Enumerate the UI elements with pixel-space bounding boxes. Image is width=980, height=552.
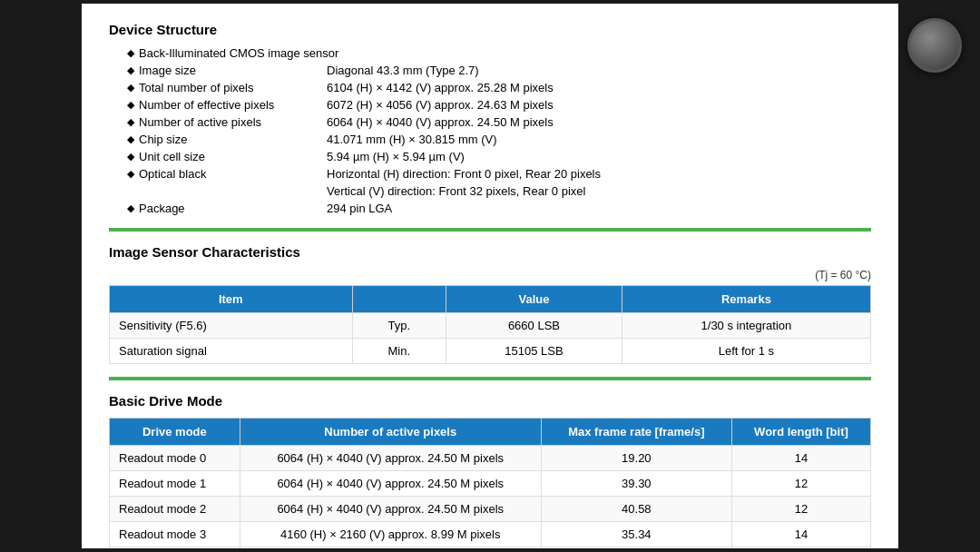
diamond-icon-0: ◆ [127, 47, 134, 59]
spec-row-8: Vertical (V) direction: Front 32 pixels,… [127, 184, 871, 198]
drive-pixels-3: 4160 (H) × 2160 (V) approx. 8.99 M pixel… [240, 522, 541, 547]
characteristics-table-head: Item Value Remarks [110, 286, 871, 313]
drive-fps-0: 19.20 [541, 446, 731, 471]
char-col-remarks: Remarks [622, 286, 870, 313]
drive-pixels-1: 6064 (H) × 4040 (V) approx. 24.50 M pixe… [240, 471, 541, 497]
table-row: Readout mode 0 6064 (H) × 4040 (V) appro… [110, 446, 871, 471]
diamond-icon-2: ◆ [127, 82, 134, 94]
char-val-0: 6660 LSB [446, 313, 622, 339]
spec-row-3: ◆ Number of effective pixels 6072 (H) × … [127, 98, 871, 112]
char-item-1: Saturation signal [110, 339, 353, 364]
drive-word-2: 12 [731, 497, 870, 522]
basic-drive-mode-title: Basic Drive Mode [109, 393, 871, 409]
drive-mode-2: Readout mode 2 [110, 497, 240, 522]
spec-label-9: ◆ Package [127, 202, 327, 215]
characteristics-table-body: Sensitivity (F5.6) Typ. 6660 LSB 1/30 s … [110, 313, 871, 364]
spec-row-7: ◆ Optical black Horizontal (H) direction… [127, 167, 871, 181]
drive-col-wordlength: Word length [bit] [731, 419, 870, 446]
diamond-icon-4: ◆ [127, 116, 134, 128]
spec-value-2: 6104 (H) × 4142 (V) approx. 25.28 M pixe… [327, 81, 554, 94]
drive-mode-3: Readout mode 3 [110, 522, 240, 547]
temp-note: (Tj = 60 °C) [109, 269, 871, 281]
drive-col-mode: Drive mode [110, 419, 240, 446]
spec-value-6: 5.94 µm (H) × 5.94 µm (V) [327, 150, 465, 163]
char-item-0: Sensitivity (F5.6) [110, 313, 353, 339]
spec-label-3: ◆ Number of effective pixels [127, 98, 327, 112]
spec-row-2: ◆ Total number of pixels 6104 (H) × 4142… [127, 81, 871, 94]
device-structure-specs: ◆ Back-Illuminated CMOS image sensor ◆ I… [127, 46, 871, 215]
diamond-icon-3: ◆ [127, 99, 134, 111]
camera-button[interactable] [907, 18, 962, 73]
spec-label-5: ◆ Chip size [127, 133, 327, 146]
basic-drive-mode-section: Basic Drive Mode Drive mode Number of ac… [109, 393, 871, 548]
drive-header-row: Drive mode Number of active pixels Max f… [110, 419, 871, 446]
char-rem-0: 1/30 s integration [622, 313, 870, 339]
drive-table-head: Drive mode Number of active pixels Max f… [110, 419, 871, 446]
table-row: Readout mode 2 6064 (H) × 4040 (V) appro… [110, 497, 871, 522]
divider-2 [109, 377, 871, 380]
characteristics-table: Item Value Remarks Sensitivity (F5.6) Ty… [109, 285, 871, 364]
spec-value-8: Vertical (V) direction: Front 32 pixels,… [327, 184, 585, 198]
char-col-value: Value [446, 286, 622, 313]
drive-mode-4: Readout mode 4 [110, 547, 240, 549]
drive-word-3: 14 [731, 522, 870, 547]
drive-fps-3: 35.34 [541, 522, 731, 547]
image-sensor-section: Image Sensor Characteristics (Tj = 60 °C… [109, 244, 871, 364]
char-val-1: 15105 LSB [446, 339, 622, 364]
spec-row-1: ◆ Image size Diagonal 43.3 mm (Type 2.7) [127, 64, 871, 77]
spec-label-0: ◆ Back-Illuminated CMOS image sensor [127, 46, 338, 60]
spec-row-9: ◆ Package 294 pin LGA [127, 202, 871, 215]
drive-word-1: 12 [731, 471, 870, 497]
drive-pixels-2: 6064 (H) × 4040 (V) approx. 24.50 M pixe… [240, 497, 541, 522]
diamond-icon-6: ◆ [127, 151, 134, 163]
table-row: Saturation signal Min. 15105 LSB Left fo… [110, 339, 871, 364]
spec-row-4: ◆ Number of active pixels 6064 (H) × 404… [127, 115, 871, 129]
divider-1 [109, 228, 871, 232]
diamond-icon-5: ◆ [127, 133, 134, 145]
char-rem-1: Left for 1 s [622, 339, 870, 364]
spec-row-5: ◆ Chip size 41.071 mm (H) × 30.815 mm (V… [127, 133, 871, 146]
spec-value-7: Horizontal (H) direction: Front 0 pixel,… [327, 167, 601, 181]
device-structure-section: Device Structure ◆ Back-Illuminated CMOS… [109, 22, 871, 215]
spec-value-3: 6072 (H) × 4056 (V) approx. 24.63 M pixe… [327, 98, 554, 112]
characteristics-header-row: Item Value Remarks [110, 286, 871, 313]
drive-word-4: 12 [731, 547, 870, 549]
spec-row-0: ◆ Back-Illuminated CMOS image sensor [127, 46, 871, 60]
document-container[interactable]: Device Structure ◆ Back-Illuminated CMOS… [82, 4, 898, 548]
spec-value-4: 6064 (H) × 4040 (V) approx. 24.50 M pixe… [327, 115, 554, 129]
char-typ-0: Typ. [352, 313, 446, 339]
drive-mode-table: Drive mode Number of active pixels Max f… [109, 418, 871, 548]
diamond-icon-7: ◆ [127, 168, 134, 180]
table-row: Readout mode 4 4160 (H) × 2160 (V) appro… [110, 547, 871, 549]
table-row: Sensitivity (F5.6) Typ. 6660 LSB 1/30 s … [110, 313, 871, 339]
char-typ-1: Min. [352, 339, 446, 364]
drive-mode-1: Readout mode 1 [110, 471, 240, 497]
drive-pixels-0: 6064 (H) × 4040 (V) approx. 24.50 M pixe… [240, 446, 541, 471]
drive-fps-1: 39.30 [541, 471, 731, 497]
spec-row-6: ◆ Unit cell size 5.94 µm (H) × 5.94 µm (… [127, 150, 871, 163]
drive-mode-0: Readout mode 0 [110, 446, 240, 471]
drive-col-pixels: Number of active pixels [240, 419, 541, 446]
char-col-typ [352, 286, 446, 313]
drive-fps-4: 72.36 [541, 547, 731, 549]
drive-word-0: 14 [731, 446, 870, 471]
spec-label-6: ◆ Unit cell size [127, 150, 327, 163]
spec-label-2: ◆ Total number of pixels [127, 81, 327, 94]
diamond-icon-9: ◆ [127, 202, 134, 214]
spec-label-7: ◆ Optical black [127, 167, 327, 181]
image-sensor-title: Image Sensor Characteristics [109, 244, 871, 260]
spec-value-1: Diagonal 43.3 mm (Type 2.7) [327, 64, 479, 77]
drive-fps-2: 40.58 [541, 497, 731, 522]
drive-col-framerate: Max frame rate [frame/s] [541, 419, 731, 446]
spec-value-5: 41.071 mm (H) × 30.815 mm (V) [327, 133, 496, 146]
drive-table-body: Readout mode 0 6064 (H) × 4040 (V) appro… [110, 446, 871, 549]
spec-label-4: ◆ Number of active pixels [127, 115, 327, 129]
drive-pixels-4: 4160 (H) × 2160 (V) approx. 8.99 M pixel… [240, 547, 541, 549]
diamond-icon-1: ◆ [127, 64, 134, 76]
char-col-item: Item [110, 286, 353, 313]
table-row: Readout mode 1 6064 (H) × 4040 (V) appro… [110, 471, 871, 497]
spec-value-9: 294 pin LGA [327, 202, 392, 215]
table-row: Readout mode 3 4160 (H) × 2160 (V) appro… [110, 522, 871, 547]
spec-label-1: ◆ Image size [127, 64, 327, 77]
device-structure-title: Device Structure [109, 22, 871, 37]
